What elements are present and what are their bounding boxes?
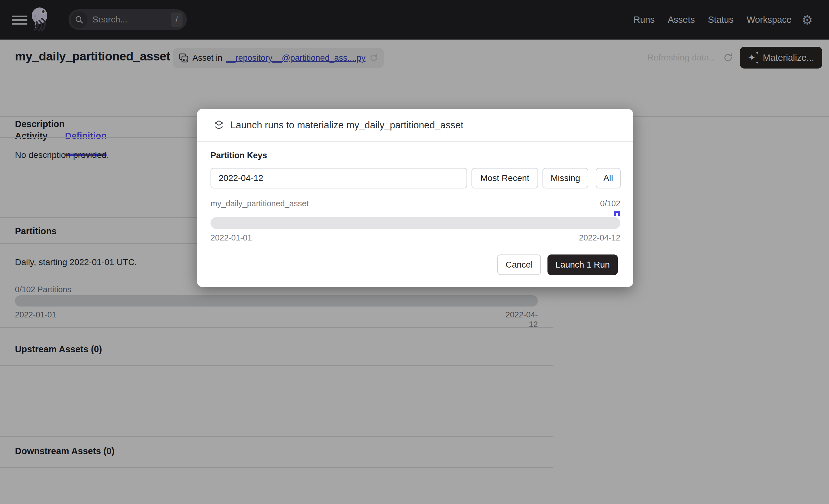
dialog-header: Launch runs to materialize my_daily_part… (197, 109, 633, 142)
dialog-title: Launch runs to materialize my_daily_part… (230, 120, 463, 131)
cancel-button[interactable]: Cancel (497, 254, 541, 275)
selected-partition-marker (614, 211, 620, 216)
all-button[interactable]: All (596, 168, 621, 188)
partition-key-input[interactable] (211, 168, 467, 188)
modal-range-end: 2022-04-12 (579, 233, 620, 243)
most-recent-button[interactable]: Most Recent (471, 168, 538, 188)
modal-partition-count: 0/102 (600, 199, 620, 208)
modal-range-start: 2022-01-01 (211, 233, 252, 243)
app-window: Search... / Runs Assets Status Workspace… (0, 0, 829, 504)
modal-partition-bar[interactable] (211, 217, 620, 229)
modal-asset-name: my_daily_partitioned_asset (211, 199, 309, 208)
launch-runs-dialog: Launch runs to materialize my_daily_part… (197, 109, 633, 287)
missing-button[interactable]: Missing (542, 168, 588, 188)
launch-run-button[interactable]: Launch 1 Run (547, 254, 618, 275)
partition-keys-label: Partition Keys (211, 151, 267, 160)
layers-icon (214, 120, 224, 131)
